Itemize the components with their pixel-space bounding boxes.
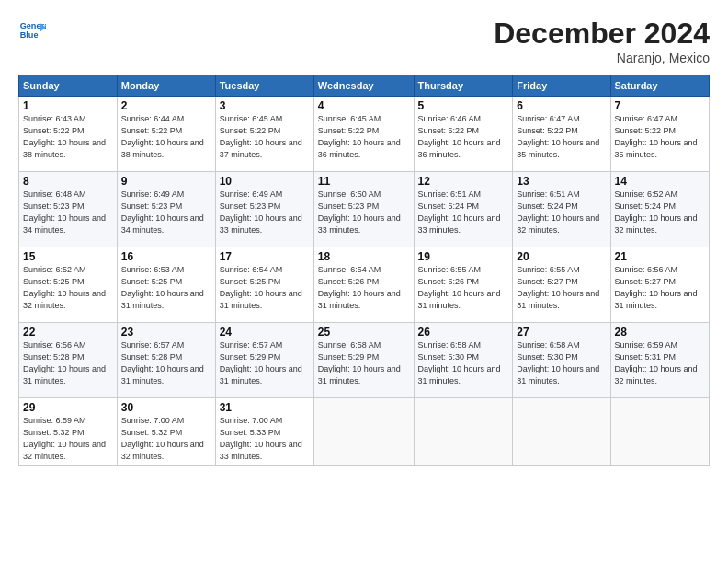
day-info: Sunrise: 6:46 AM Sunset: 5:22 PM Dayligh… (418, 113, 509, 161)
day-info: Sunrise: 6:54 AM Sunset: 5:26 PM Dayligh… (318, 264, 410, 312)
day-number: 6 (517, 99, 606, 112)
day-info: Sunrise: 6:49 AM Sunset: 5:23 PM Dayligh… (220, 189, 310, 236)
day-number: 22 (23, 326, 113, 339)
table-row: 7 Sunrise: 6:47 AM Sunset: 5:22 PM Dayli… (610, 97, 709, 172)
day-number: 13 (517, 175, 606, 188)
location: Naranjo, Mexico (494, 51, 710, 65)
table-row: 16 Sunrise: 6:53 AM Sunset: 5:25 PM Dayl… (117, 247, 215, 323)
day-info: Sunrise: 6:51 AM Sunset: 5:24 PM Dayligh… (517, 189, 606, 236)
day-number: 11 (318, 175, 410, 188)
col-monday: Monday (117, 75, 215, 97)
day-info: Sunrise: 6:56 AM Sunset: 5:27 PM Dayligh… (615, 264, 705, 312)
table-row: 2 Sunrise: 6:44 AM Sunset: 5:22 PM Dayli… (117, 97, 215, 172)
table-row: 20 Sunrise: 6:55 AM Sunset: 5:27 PM Dayl… (513, 247, 610, 323)
day-info: Sunrise: 6:59 AM Sunset: 5:32 PM Dayligh… (23, 415, 113, 463)
table-row: 27 Sunrise: 6:58 AM Sunset: 5:30 PM Dayl… (513, 323, 610, 398)
table-row: 17 Sunrise: 6:54 AM Sunset: 5:25 PM Dayl… (215, 247, 313, 323)
col-wednesday: Wednesday (313, 75, 414, 97)
day-info: Sunrise: 6:45 AM Sunset: 5:22 PM Dayligh… (318, 113, 410, 161)
day-info: Sunrise: 6:49 AM Sunset: 5:23 PM Dayligh… (121, 189, 211, 236)
day-info: Sunrise: 6:47 AM Sunset: 5:22 PM Dayligh… (615, 113, 705, 161)
day-info: Sunrise: 6:54 AM Sunset: 5:25 PM Dayligh… (220, 264, 310, 312)
day-number: 20 (517, 250, 606, 263)
day-number: 23 (121, 326, 211, 339)
day-number: 15 (23, 250, 113, 263)
day-info: Sunrise: 6:57 AM Sunset: 5:29 PM Dayligh… (220, 339, 310, 387)
table-row (610, 398, 709, 466)
col-friday: Friday (513, 75, 610, 97)
day-number: 5 (418, 99, 509, 112)
title-block: December 2024 Naranjo, Mexico (494, 17, 710, 65)
day-number: 10 (220, 175, 310, 188)
table-row: 13 Sunrise: 6:51 AM Sunset: 5:24 PM Dayl… (513, 172, 610, 247)
day-info: Sunrise: 7:00 AM Sunset: 5:32 PM Dayligh… (121, 415, 211, 463)
day-number: 12 (418, 175, 509, 188)
table-row: 26 Sunrise: 6:58 AM Sunset: 5:30 PM Dayl… (414, 323, 513, 398)
table-row: 22 Sunrise: 6:56 AM Sunset: 5:28 PM Dayl… (19, 323, 118, 398)
day-info: Sunrise: 6:58 AM Sunset: 5:30 PM Dayligh… (517, 339, 606, 387)
table-row: 14 Sunrise: 6:52 AM Sunset: 5:24 PM Dayl… (610, 172, 709, 247)
table-row: 30 Sunrise: 7:00 AM Sunset: 5:32 PM Dayl… (117, 398, 215, 466)
table-row: 6 Sunrise: 6:47 AM Sunset: 5:22 PM Dayli… (513, 97, 610, 172)
day-number: 8 (23, 175, 113, 188)
day-info: Sunrise: 6:52 AM Sunset: 5:24 PM Dayligh… (615, 189, 705, 236)
col-sunday: Sunday (19, 75, 118, 97)
day-number: 30 (121, 401, 211, 414)
table-row: 21 Sunrise: 6:56 AM Sunset: 5:27 PM Dayl… (610, 247, 709, 323)
day-info: Sunrise: 6:50 AM Sunset: 5:23 PM Dayligh… (318, 189, 410, 236)
day-info: Sunrise: 6:47 AM Sunset: 5:22 PM Dayligh… (517, 113, 606, 161)
day-number: 28 (615, 326, 705, 339)
day-number: 2 (121, 99, 211, 112)
day-number: 9 (121, 175, 211, 188)
day-number: 16 (121, 250, 211, 263)
table-row: 5 Sunrise: 6:46 AM Sunset: 5:22 PM Dayli… (414, 97, 513, 172)
day-info: Sunrise: 6:58 AM Sunset: 5:30 PM Dayligh… (418, 339, 509, 387)
table-row: 28 Sunrise: 6:59 AM Sunset: 5:31 PM Dayl… (610, 323, 709, 398)
page: General Blue December 2024 Naranjo, Mexi… (0, 0, 728, 563)
day-info: Sunrise: 6:55 AM Sunset: 5:26 PM Dayligh… (418, 264, 509, 312)
day-info: Sunrise: 6:56 AM Sunset: 5:28 PM Dayligh… (23, 339, 113, 387)
table-row: 1 Sunrise: 6:43 AM Sunset: 5:22 PM Dayli… (19, 97, 118, 172)
table-row: 15 Sunrise: 6:52 AM Sunset: 5:25 PM Dayl… (19, 247, 118, 323)
calendar-table: Sunday Monday Tuesday Wednesday Thursday… (18, 75, 710, 466)
day-number: 1 (23, 99, 113, 112)
table-row: 3 Sunrise: 6:45 AM Sunset: 5:22 PM Dayli… (215, 97, 313, 172)
table-row: 9 Sunrise: 6:49 AM Sunset: 5:23 PM Dayli… (117, 172, 215, 247)
svg-text:Blue: Blue (20, 30, 39, 40)
table-row: 12 Sunrise: 6:51 AM Sunset: 5:24 PM Dayl… (414, 172, 513, 247)
day-number: 29 (23, 401, 113, 414)
header: General Blue December 2024 Naranjo, Mexi… (18, 17, 710, 65)
day-number: 3 (220, 99, 310, 112)
day-number: 19 (418, 250, 509, 263)
table-row: 10 Sunrise: 6:49 AM Sunset: 5:23 PM Dayl… (215, 172, 313, 247)
day-number: 17 (220, 250, 310, 263)
day-info: Sunrise: 6:57 AM Sunset: 5:28 PM Dayligh… (121, 339, 211, 387)
table-row: 8 Sunrise: 6:48 AM Sunset: 5:23 PM Dayli… (19, 172, 118, 247)
col-thursday: Thursday (414, 75, 513, 97)
day-number: 7 (615, 99, 705, 112)
day-info: Sunrise: 6:51 AM Sunset: 5:24 PM Dayligh… (418, 189, 509, 236)
day-info: Sunrise: 6:59 AM Sunset: 5:31 PM Dayligh… (615, 339, 705, 387)
day-number: 27 (517, 326, 606, 339)
day-number: 26 (418, 326, 509, 339)
table-row: 24 Sunrise: 6:57 AM Sunset: 5:29 PM Dayl… (215, 323, 313, 398)
col-tuesday: Tuesday (215, 75, 313, 97)
table-row: 23 Sunrise: 6:57 AM Sunset: 5:28 PM Dayl… (117, 323, 215, 398)
day-info: Sunrise: 6:53 AM Sunset: 5:25 PM Dayligh… (121, 264, 211, 312)
day-info: Sunrise: 6:55 AM Sunset: 5:27 PM Dayligh… (517, 264, 606, 312)
day-number: 25 (318, 326, 410, 339)
table-row: 11 Sunrise: 6:50 AM Sunset: 5:23 PM Dayl… (313, 172, 414, 247)
table-row: 31 Sunrise: 7:00 AM Sunset: 5:33 PM Dayl… (215, 398, 313, 466)
day-number: 24 (220, 326, 310, 339)
day-number: 18 (318, 250, 410, 263)
day-info: Sunrise: 6:58 AM Sunset: 5:29 PM Dayligh… (318, 339, 410, 387)
table-row: 25 Sunrise: 6:58 AM Sunset: 5:29 PM Dayl… (313, 323, 414, 398)
table-row: 29 Sunrise: 6:59 AM Sunset: 5:32 PM Dayl… (19, 398, 118, 466)
day-info: Sunrise: 6:52 AM Sunset: 5:25 PM Dayligh… (23, 264, 113, 312)
logo: General Blue (18, 17, 46, 44)
day-number: 14 (615, 175, 705, 188)
table-row (414, 398, 513, 466)
col-saturday: Saturday (610, 75, 709, 97)
day-info: Sunrise: 6:44 AM Sunset: 5:22 PM Dayligh… (121, 113, 211, 161)
table-row (513, 398, 610, 466)
